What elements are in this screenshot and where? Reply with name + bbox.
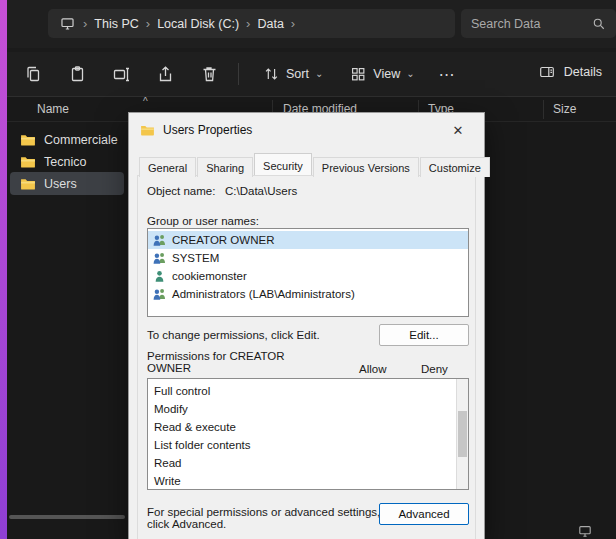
chevron-down-icon: ⌄ (315, 69, 323, 79)
tab-sharing[interactable]: Sharing (197, 157, 253, 177)
search-input[interactable]: Search Data (461, 9, 616, 38)
copy-button[interactable] (11, 56, 55, 92)
share-button[interactable] (143, 56, 187, 92)
explorer-toolbar: Sort ⌄ View ⌄ ⋯ (7, 52, 616, 96)
this-pc-icon (59, 15, 76, 32)
permissions-label: OWNER (147, 362, 191, 374)
explorer-topbar: › This PC › Local Disk (C:) › Data › Sea… (7, 0, 616, 48)
file-name: Commerciale (44, 133, 118, 147)
sort-button[interactable]: Sort ⌄ (252, 56, 333, 92)
tab-customize[interactable]: Customize (420, 157, 490, 177)
permission-row-list-folder-contents[interactable]: List folder contents (148, 436, 468, 454)
permission-row-full-control[interactable]: Full control (148, 382, 468, 400)
object-name-label: Object name: (147, 185, 215, 197)
group-user-list: CREATOR OWNER SYSTEM cookiemonster (147, 228, 469, 317)
file-row-commerciale[interactable]: Commerciale (10, 128, 124, 151)
users-icon (152, 234, 167, 246)
group-item-creator-owner[interactable]: CREATOR OWNER (148, 231, 468, 249)
group-item-administrators[interactable]: Administrators (LAB\Administrators) (148, 285, 468, 303)
file-name: Tecnico (44, 155, 86, 169)
dialog-title: Users Properties (163, 123, 252, 137)
permission-row-read[interactable]: Read (148, 454, 468, 472)
corner-monitor-icon[interactable] (577, 523, 593, 539)
tab-previous-versions[interactable]: Previous Versions (313, 157, 419, 177)
screen: ⟳ › This PC › Local Disk (C:) › Data › S… (0, 0, 616, 539)
breadcrumb-chevron-icon: › (291, 17, 295, 30)
properties-dialog: Users Properties ✕ General Sharing Secur… (128, 112, 485, 539)
allow-column-header: Allow (359, 363, 386, 375)
group-item-system[interactable]: SYSTEM (148, 249, 468, 267)
advanced-button[interactable]: Advanced (379, 503, 469, 525)
tab-security[interactable]: Security (254, 153, 312, 175)
toolbar-divider (238, 63, 239, 85)
breadcrumb-chevron-icon: › (246, 17, 250, 30)
object-name-value: C:\Data\Users (225, 185, 297, 197)
vertical-scrollbar[interactable] (456, 379, 468, 489)
permissions-label: Permissions for CREATOR (147, 350, 285, 362)
users-icon (152, 288, 167, 300)
column-header-size[interactable]: Size (553, 102, 576, 116)
group-item-label: cookiemonster (172, 270, 247, 282)
file-name: Users (44, 177, 77, 191)
file-row-tecnico[interactable]: Tecnico (10, 150, 124, 173)
dialog-titlebar[interactable]: Users Properties ✕ (129, 113, 484, 147)
column-header-name[interactable]: Name (37, 102, 69, 116)
horizontal-scrollbar[interactable] (9, 515, 125, 519)
group-item-label: SYSTEM (172, 252, 219, 264)
sort-ascending-icon: ^ (143, 96, 148, 107)
folder-icon (140, 124, 155, 136)
details-label: Details (564, 65, 602, 79)
dialog-tabs: General Sharing Security Previous Versio… (139, 153, 491, 175)
chevron-down-icon: ⌄ (406, 69, 414, 79)
breadcrumb-data[interactable]: Data (257, 17, 283, 31)
edge-accent-strip (0, 0, 7, 539)
column-divider[interactable] (543, 100, 544, 119)
breadcrumb-chevron-icon: › (83, 17, 87, 30)
folder-icon (20, 177, 36, 190)
file-row-users[interactable]: Users (10, 172, 124, 195)
permission-label: Read (154, 457, 182, 469)
more-options-button[interactable]: ⋯ (425, 56, 469, 92)
group-list-label: Group or user names: (147, 215, 259, 227)
permissions-list: Full control Modify Read & execute List … (147, 378, 469, 490)
details-icon (538, 63, 556, 81)
group-item-label: Administrators (LAB\Administrators) (172, 288, 355, 300)
address-bar[interactable]: › This PC › Local Disk (C:) › Data › (48, 9, 455, 38)
close-icon[interactable]: ✕ (443, 117, 473, 143)
edit-button[interactable]: Edit... (379, 324, 469, 346)
folder-icon (20, 133, 36, 146)
user-icon (152, 270, 167, 282)
breadcrumb-chevron-icon: › (146, 17, 150, 30)
sort-icon (262, 65, 280, 83)
group-item-cookiemonster[interactable]: cookiemonster (148, 267, 468, 285)
permission-label: Full control (154, 385, 210, 397)
delete-button[interactable] (187, 56, 231, 92)
deny-column-header: Deny (421, 363, 448, 375)
advanced-hint-text: click Advanced. (147, 518, 226, 530)
view-label: View (373, 67, 400, 81)
details-pane-button[interactable]: Details (538, 54, 602, 90)
edit-hint-text: To change permissions, click Edit. (147, 329, 320, 341)
group-item-label: CREATOR OWNER (172, 234, 274, 246)
permission-label: Write (154, 475, 181, 487)
permission-label: Read & execute (154, 421, 236, 433)
permission-label: Modify (154, 403, 188, 415)
scrollbar-thumb[interactable] (458, 411, 467, 457)
view-icon (349, 65, 367, 83)
view-button[interactable]: View ⌄ (339, 56, 424, 92)
rename-button[interactable] (99, 56, 143, 92)
users-icon (152, 252, 167, 264)
permission-row-write[interactable]: Write (148, 472, 468, 490)
advanced-hint-text: For special permissions or advanced sett… (147, 506, 380, 518)
permission-row-read-execute[interactable]: Read & execute (148, 418, 468, 436)
paste-button[interactable] (55, 56, 99, 92)
breadcrumb-this-pc[interactable]: This PC (94, 17, 138, 31)
permission-label: List folder contents (154, 439, 251, 451)
folder-icon (20, 155, 36, 168)
permission-row-modify[interactable]: Modify (148, 400, 468, 418)
tab-general[interactable]: General (139, 157, 196, 177)
search-placeholder: Search Data (471, 17, 540, 31)
sort-label: Sort (286, 67, 309, 81)
breadcrumb-local-disk-c[interactable]: Local Disk (C:) (157, 17, 239, 31)
search-icon (591, 16, 606, 31)
